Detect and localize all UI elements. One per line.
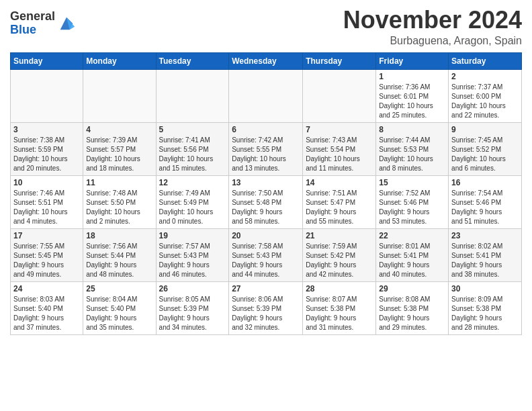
calendar-cell: 17Sunrise: 7:55 AM Sunset: 5:45 PM Dayli… — [11, 228, 83, 281]
day-info: Sunrise: 7:41 AM Sunset: 5:56 PM Dayligh… — [159, 136, 226, 173]
calendar-week-5: 24Sunrise: 8:03 AM Sunset: 5:40 PM Dayli… — [11, 281, 522, 334]
logo-general: General — [10, 9, 55, 23]
day-number: 4 — [86, 125, 152, 134]
calendar-cell: 23Sunrise: 8:02 AM Sunset: 5:41 PM Dayli… — [449, 228, 522, 281]
calendar-cell: 21Sunrise: 7:59 AM Sunset: 5:42 PM Dayli… — [303, 228, 376, 281]
day-info: Sunrise: 7:45 AM Sunset: 5:52 PM Dayligh… — [451, 136, 519, 173]
title-block: November 2024 Burbaguena, Aragon, Spain — [343, 7, 522, 47]
day-number: 10 — [13, 178, 80, 187]
day-number: 8 — [379, 125, 445, 134]
day-info: Sunrise: 8:01 AM Sunset: 5:41 PM Dayligh… — [379, 242, 445, 279]
day-number: 11 — [86, 178, 152, 187]
calendar-cell: 24Sunrise: 8:03 AM Sunset: 5:40 PM Dayli… — [11, 281, 83, 334]
page: General Blue November 2024 Burbaguena, A… — [0, 0, 532, 345]
weekday-header-wednesday: Wednesday — [229, 52, 303, 69]
calendar-cell: 29Sunrise: 8:08 AM Sunset: 5:38 PM Dayli… — [376, 281, 449, 334]
day-number: 15 — [379, 178, 445, 187]
calendar-cell: 10Sunrise: 7:46 AM Sunset: 5:51 PM Dayli… — [11, 175, 83, 228]
day-info: Sunrise: 7:49 AM Sunset: 5:49 PM Dayligh… — [159, 189, 226, 226]
day-info: Sunrise: 7:37 AM Sunset: 6:00 PM Dayligh… — [451, 83, 519, 120]
calendar-cell — [303, 69, 376, 122]
day-info: Sunrise: 7:56 AM Sunset: 5:44 PM Dayligh… — [86, 242, 152, 279]
day-info: Sunrise: 7:57 AM Sunset: 5:43 PM Dayligh… — [159, 242, 226, 279]
day-info: Sunrise: 8:08 AM Sunset: 5:38 PM Dayligh… — [379, 295, 445, 332]
day-number: 3 — [13, 125, 80, 134]
calendar-cell — [11, 69, 83, 122]
day-number: 27 — [232, 284, 300, 293]
calendar-cell: 19Sunrise: 7:57 AM Sunset: 5:43 PM Dayli… — [156, 228, 229, 281]
weekday-header-friday: Friday — [376, 52, 449, 69]
calendar-cell: 1Sunrise: 7:36 AM Sunset: 6:01 PM Daylig… — [376, 69, 449, 122]
day-info: Sunrise: 7:48 AM Sunset: 5:50 PM Dayligh… — [86, 189, 152, 226]
calendar-cell: 6Sunrise: 7:42 AM Sunset: 5:55 PM Daylig… — [229, 122, 303, 175]
calendar-cell: 28Sunrise: 8:07 AM Sunset: 5:38 PM Dayli… — [303, 281, 376, 334]
day-info: Sunrise: 7:51 AM Sunset: 5:47 PM Dayligh… — [306, 189, 373, 226]
location: Burbaguena, Aragon, Spain — [343, 35, 522, 47]
calendar-week-3: 10Sunrise: 7:46 AM Sunset: 5:51 PM Dayli… — [11, 175, 522, 228]
calendar-cell — [156, 69, 229, 122]
day-number: 12 — [159, 178, 226, 187]
calendar-cell: 5Sunrise: 7:41 AM Sunset: 5:56 PM Daylig… — [156, 122, 229, 175]
day-number: 9 — [451, 125, 519, 134]
day-number: 19 — [159, 231, 226, 240]
day-info: Sunrise: 8:05 AM Sunset: 5:39 PM Dayligh… — [159, 295, 226, 332]
day-info: Sunrise: 7:54 AM Sunset: 5:46 PM Dayligh… — [451, 189, 519, 226]
calendar-header-row: SundayMondayTuesdayWednesdayThursdayFrid… — [11, 52, 522, 69]
calendar-cell: 18Sunrise: 7:56 AM Sunset: 5:44 PM Dayli… — [83, 228, 156, 281]
calendar-cell — [229, 69, 303, 122]
calendar-cell: 8Sunrise: 7:44 AM Sunset: 5:53 PM Daylig… — [376, 122, 449, 175]
day-info: Sunrise: 7:44 AM Sunset: 5:53 PM Dayligh… — [379, 136, 445, 173]
day-number: 24 — [13, 284, 80, 293]
weekday-header-saturday: Saturday — [449, 52, 522, 69]
day-number: 13 — [232, 178, 300, 187]
day-number: 1 — [379, 72, 445, 81]
calendar-cell: 22Sunrise: 8:01 AM Sunset: 5:41 PM Dayli… — [376, 228, 449, 281]
calendar-cell: 9Sunrise: 7:45 AM Sunset: 5:52 PM Daylig… — [449, 122, 522, 175]
day-number: 20 — [232, 231, 300, 240]
calendar-cell: 2Sunrise: 7:37 AM Sunset: 6:00 PM Daylig… — [449, 69, 522, 122]
day-number: 21 — [306, 231, 373, 240]
weekday-header-monday: Monday — [83, 52, 156, 69]
logo-blue: Blue — [10, 23, 36, 36]
calendar-week-2: 3Sunrise: 7:38 AM Sunset: 5:59 PM Daylig… — [11, 122, 522, 175]
calendar: SundayMondayTuesdayWednesdayThursdayFrid… — [10, 52, 522, 335]
calendar-cell: 14Sunrise: 7:51 AM Sunset: 5:47 PM Dayli… — [303, 175, 376, 228]
calendar-cell: 20Sunrise: 7:58 AM Sunset: 5:43 PM Dayli… — [229, 228, 303, 281]
day-info: Sunrise: 8:02 AM Sunset: 5:41 PM Dayligh… — [451, 242, 519, 279]
day-number: 6 — [232, 125, 300, 134]
day-number: 26 — [159, 284, 226, 293]
calendar-cell: 27Sunrise: 8:06 AM Sunset: 5:39 PM Dayli… — [229, 281, 303, 334]
day-info: Sunrise: 7:36 AM Sunset: 6:01 PM Dayligh… — [379, 83, 445, 120]
day-info: Sunrise: 7:58 AM Sunset: 5:43 PM Dayligh… — [232, 242, 300, 279]
calendar-week-4: 17Sunrise: 7:55 AM Sunset: 5:45 PM Dayli… — [11, 228, 522, 281]
calendar-cell: 25Sunrise: 8:04 AM Sunset: 5:40 PM Dayli… — [83, 281, 156, 334]
day-info: Sunrise: 7:46 AM Sunset: 5:51 PM Dayligh… — [13, 189, 80, 226]
weekday-header-thursday: Thursday — [303, 52, 376, 69]
calendar-week-1: 1Sunrise: 7:36 AM Sunset: 6:01 PM Daylig… — [11, 69, 522, 122]
day-number: 28 — [306, 284, 373, 293]
day-number: 30 — [451, 284, 519, 293]
day-number: 5 — [159, 125, 226, 134]
logo-icon — [57, 14, 76, 33]
weekday-header-sunday: Sunday — [11, 52, 83, 69]
header: General Blue November 2024 Burbaguena, A… — [10, 7, 522, 47]
day-info: Sunrise: 7:59 AM Sunset: 5:42 PM Dayligh… — [306, 242, 373, 279]
day-info: Sunrise: 8:04 AM Sunset: 5:40 PM Dayligh… — [86, 295, 152, 332]
day-info: Sunrise: 7:43 AM Sunset: 5:54 PM Dayligh… — [306, 136, 373, 173]
day-info: Sunrise: 8:06 AM Sunset: 5:39 PM Dayligh… — [232, 295, 300, 332]
day-number: 22 — [379, 231, 445, 240]
day-number: 2 — [451, 72, 519, 81]
calendar-cell: 30Sunrise: 8:09 AM Sunset: 5:38 PM Dayli… — [449, 281, 522, 334]
calendar-cell: 26Sunrise: 8:05 AM Sunset: 5:39 PM Dayli… — [156, 281, 229, 334]
day-info: Sunrise: 8:07 AM Sunset: 5:38 PM Dayligh… — [306, 295, 373, 332]
day-number: 18 — [86, 231, 152, 240]
calendar-cell: 12Sunrise: 7:49 AM Sunset: 5:49 PM Dayli… — [156, 175, 229, 228]
day-info: Sunrise: 8:03 AM Sunset: 5:40 PM Dayligh… — [13, 295, 80, 332]
calendar-cell: 3Sunrise: 7:38 AM Sunset: 5:59 PM Daylig… — [11, 122, 83, 175]
calendar-cell: 7Sunrise: 7:43 AM Sunset: 5:54 PM Daylig… — [303, 122, 376, 175]
calendar-cell: 15Sunrise: 7:52 AM Sunset: 5:46 PM Dayli… — [376, 175, 449, 228]
weekday-header-tuesday: Tuesday — [156, 52, 229, 69]
day-info: Sunrise: 7:38 AM Sunset: 5:59 PM Dayligh… — [13, 136, 80, 173]
day-number: 17 — [13, 231, 80, 240]
logo: General Blue — [10, 10, 76, 37]
